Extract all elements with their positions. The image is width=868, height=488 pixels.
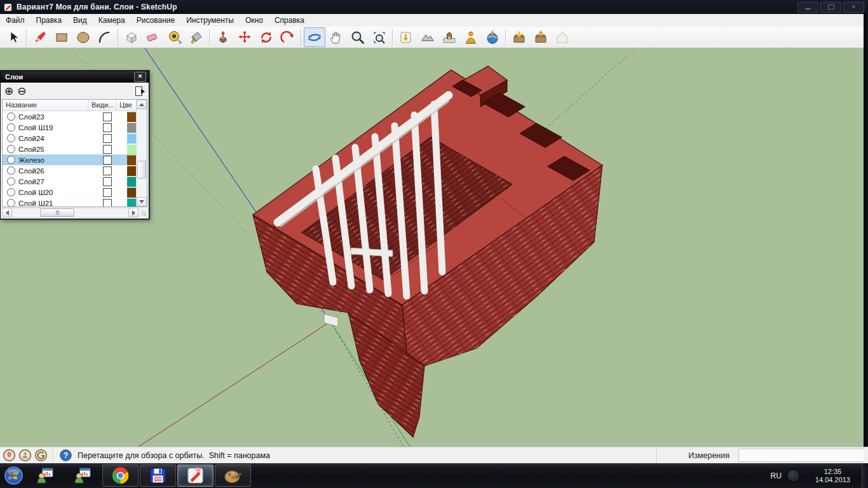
layer-current-radio[interactable] xyxy=(7,188,15,196)
vertical-scroll-thumb[interactable] xyxy=(137,161,146,179)
circle-tool-button[interactable] xyxy=(72,27,94,47)
column-header-name[interactable]: Название xyxy=(3,100,88,111)
select-tool-button[interactable] xyxy=(3,27,24,47)
toggle-terrain-tool-button[interactable] xyxy=(417,27,438,47)
layer-color-swatch[interactable] xyxy=(127,133,136,144)
scroll-up-button[interactable] xyxy=(137,100,147,109)
layer-current-radio[interactable] xyxy=(7,112,15,121)
close-button[interactable]: ✕ xyxy=(843,2,864,13)
share-models-tool-button[interactable] xyxy=(530,27,552,47)
menu-item-draw[interactable]: Рисование xyxy=(131,14,180,27)
taskbar-planner-1-button[interactable] xyxy=(27,464,64,487)
column-header-visible[interactable]: Види... xyxy=(88,100,116,111)
layer-current-radio[interactable] xyxy=(7,123,15,132)
layer-row[interactable]: Слой Ш19 xyxy=(3,122,147,133)
layer-visible-checkbox[interactable] xyxy=(103,188,112,197)
menu-item-window[interactable]: Окно xyxy=(240,14,269,27)
push-pull-tool-button[interactable] xyxy=(212,27,234,47)
eraser-tool-button[interactable] xyxy=(142,27,164,47)
zoom-extents-tool-button[interactable] xyxy=(369,27,390,47)
layer-color-swatch[interactable] xyxy=(127,123,136,133)
layer-color-swatch[interactable] xyxy=(127,177,136,187)
scroll-right-button[interactable] xyxy=(128,208,139,217)
horizontal-scroll-track[interactable] xyxy=(12,208,128,217)
layer-row[interactable]: Слой26 xyxy=(3,165,147,176)
make-component-tool-button[interactable] xyxy=(121,27,142,47)
viewport-3d[interactable]: Слои ✕ ⊕ ⊖ Название Види... Цве Слой23Сл… xyxy=(0,48,868,447)
layer-row[interactable]: Слой27 xyxy=(3,176,147,187)
remove-layer-button[interactable]: ⊖ xyxy=(17,86,26,97)
layer-color-swatch[interactable] xyxy=(127,155,136,165)
layer-current-radio[interactable] xyxy=(7,177,15,186)
layer-visible-checkbox[interactable] xyxy=(103,145,112,154)
taskbar-start-button[interactable] xyxy=(0,463,27,488)
show-desktop-button[interactable] xyxy=(862,463,868,488)
language-indicator[interactable]: RU xyxy=(771,471,782,480)
layer-color-swatch[interactable] xyxy=(127,166,136,176)
layer-row[interactable]: Слой Ш21 xyxy=(3,198,147,207)
column-header-color[interactable]: Цве xyxy=(116,100,135,111)
minimize-button[interactable] xyxy=(797,2,818,13)
tray-clock[interactable]: 12:35 14.04.2013 xyxy=(815,468,850,484)
layer-visible-checkbox[interactable] xyxy=(103,112,112,121)
layer-current-radio[interactable] xyxy=(7,156,15,164)
layer-details-button[interactable] xyxy=(135,86,145,96)
layer-current-radio[interactable] xyxy=(7,134,15,142)
layer-color-swatch[interactable] xyxy=(127,144,136,154)
taskbar-floppy-button[interactable] xyxy=(140,464,176,487)
place-model-tool-button[interactable] xyxy=(438,27,460,47)
layer-current-radio[interactable] xyxy=(7,145,15,153)
layer-visible-checkbox[interactable] xyxy=(103,177,112,186)
layers-horizontal-scrollbar[interactable] xyxy=(2,208,147,217)
menu-item-camera[interactable]: Камера xyxy=(93,14,131,27)
follow-me-tool-button[interactable] xyxy=(277,27,299,47)
layer-row[interactable]: Железо xyxy=(3,154,147,165)
geolocation-coin-icon[interactable] xyxy=(3,449,16,462)
get-models-tool-button[interactable] xyxy=(508,27,530,47)
menu-item-help[interactable]: Справка xyxy=(269,14,310,27)
layers-vertical-scrollbar[interactable] xyxy=(136,100,147,207)
layer-current-radio[interactable] xyxy=(7,166,15,175)
claim-coin-icon[interactable] xyxy=(34,449,48,462)
menu-item-view[interactable]: Вид xyxy=(67,14,93,27)
rotate-tool-button[interactable] xyxy=(255,27,277,47)
rectangle-tool-button[interactable] xyxy=(51,27,72,47)
tray-hidden-icons-button[interactable] xyxy=(788,470,799,481)
google-earth-tool-button[interactable] xyxy=(482,27,503,47)
taskbar-planner-2-button[interactable] xyxy=(65,464,101,487)
maximize-button[interactable] xyxy=(820,2,841,13)
line-tool-button[interactable] xyxy=(29,27,51,47)
credit-person-coin-icon[interactable] xyxy=(18,449,32,462)
photo-textures-tool-button[interactable] xyxy=(460,27,482,47)
layer-visible-checkbox[interactable] xyxy=(103,156,112,165)
menu-item-file[interactable]: Файл xyxy=(0,14,31,27)
add-location-tool-button[interactable] xyxy=(395,27,417,47)
scroll-down-button[interactable] xyxy=(137,197,147,207)
taskbar-paint-button[interactable] xyxy=(215,464,251,487)
layer-visible-checkbox[interactable] xyxy=(103,166,112,175)
move-tool-button[interactable] xyxy=(234,27,255,47)
layer-row[interactable]: Слой24 xyxy=(3,133,147,144)
layer-color-swatch[interactable] xyxy=(127,187,136,198)
add-layer-button[interactable]: ⊕ xyxy=(4,86,13,97)
zoom-tool-button[interactable] xyxy=(347,27,369,47)
layer-row[interactable]: Слой23 xyxy=(3,111,147,122)
taskbar-chrome-button[interactable] xyxy=(102,464,139,487)
layer-row[interactable]: Слой Ш20 xyxy=(3,187,147,198)
horizontal-scroll-thumb[interactable] xyxy=(40,208,74,217)
warehouse-house-tool-button[interactable] xyxy=(552,27,573,47)
taskbar-sketchup-button[interactable] xyxy=(177,464,214,487)
pan-tool-button[interactable] xyxy=(325,27,347,47)
arc-tool-button[interactable] xyxy=(94,27,116,47)
paint-bucket-tool-button[interactable] xyxy=(186,27,207,47)
measurements-field[interactable] xyxy=(738,449,864,462)
resize-grip[interactable] xyxy=(139,208,147,217)
layer-visible-checkbox[interactable] xyxy=(103,199,112,207)
layer-visible-checkbox[interactable] xyxy=(103,123,112,132)
orbit-tool-button[interactable] xyxy=(304,27,325,47)
menu-item-edit[interactable]: Правка xyxy=(31,14,68,27)
menu-item-tools[interactable]: Инструменты xyxy=(180,14,240,27)
tape-measure-tool-button[interactable] xyxy=(164,27,186,47)
scroll-left-button[interactable] xyxy=(2,208,12,217)
layer-current-radio[interactable] xyxy=(7,199,15,207)
